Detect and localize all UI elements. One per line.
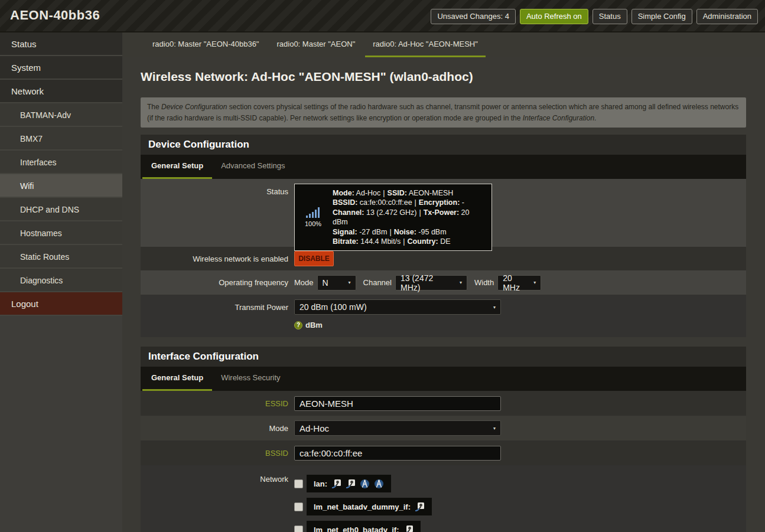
main-content: Wireless Network: Ad-Hoc "AEON-MESH" (wl…: [122, 57, 765, 532]
essid-label: ESSID: [141, 399, 288, 408]
status-line: BSSID: ca:fe:00:c0:ff:ee|Encryption: -: [333, 198, 486, 207]
network-option-eth0-batadv-checkbox[interactable]: [294, 526, 303, 532]
status-label: Status: [141, 187, 288, 247]
network-label: Network: [141, 475, 288, 484]
sidebar-item-batman-adv[interactable]: BATMAN-Adv: [0, 103, 122, 127]
tab-radio0-master-aeon[interactable]: radio0: Master "AEON": [269, 32, 363, 57]
network-option-lan-box: lan:: [307, 475, 391, 492]
header-bar: AEON-40bb36 Unsaved Changes: 4 Auto Refr…: [0, 0, 765, 32]
luci-app-window: AEON-40bb36 Unsaved Changes: 4 Auto Refr…: [0, 0, 765, 532]
wireless-interface-icon: [360, 479, 370, 489]
network-option-lan-checkbox[interactable]: [294, 479, 303, 488]
interface-configuration-section: Interface Configuration General Setup Wi…: [141, 347, 746, 532]
tab-general-setup[interactable]: General Setup: [142, 367, 212, 391]
tab-wireless-security[interactable]: Wireless Security: [212, 367, 289, 391]
ethernet-interface-icon: [415, 502, 425, 512]
sidebar-item-status[interactable]: Status: [0, 32, 122, 56]
status-line: Mode: Ad-Hoc|SSID: AEON-MESH: [333, 188, 486, 198]
page-title: Wireless Network: Ad-Hoc "AEON-MESH" (wl…: [141, 70, 473, 84]
chevron-down-icon: ▾: [344, 280, 351, 285]
network-option-batadv-dummy-checkbox[interactable]: [294, 502, 303, 511]
network-option-lan: lan:: [294, 475, 746, 492]
administration-button[interactable]: Administration: [696, 9, 758, 24]
network-option-lm-net-eth0-batadv-if: lm_net_eth0_batadv_if:: [294, 521, 746, 532]
device-configuration-section: Device Configuration General Setup Advan…: [141, 135, 746, 337]
auto-refresh-toggle-button[interactable]: Auto Refresh on: [520, 9, 588, 24]
tab-radio0-adhoc-aeon-mesh[interactable]: radio0: Ad-Hoc "AEON-MESH": [365, 32, 486, 57]
network-option-eth0-batadv-box: lm_net_eth0_batadv_if:: [307, 521, 421, 532]
tab-general-setup[interactable]: General Setup: [142, 155, 212, 179]
network-option-batadv-dummy-box: lm_net_batadv_dummy_if:: [307, 498, 432, 515]
transmit-power-help: ? dBm: [294, 321, 746, 329]
tab-radio0-master-aeon-40bb36[interactable]: radio0: Master "AEON-40bb36": [145, 32, 266, 57]
freq-channel-select[interactable]: 13 (2472 MHz)▾: [395, 275, 467, 291]
sidebar-item-dhcp-and-dns[interactable]: DHCP and DNS: [0, 198, 122, 221]
help-icon: ?: [294, 321, 302, 329]
wireless-enabled-label: Wireless network is enabled: [141, 254, 288, 263]
wireless-status-box: 100% Mode: Ad-Hoc|SSID: AEON-MESH BSSID:…: [294, 184, 492, 251]
transmit-power-select[interactable]: 20 dBm (100 mW)▾: [294, 299, 501, 315]
header-buttons: Unsaved Changes: 4 Auto Refresh on Statu…: [431, 9, 758, 24]
freq-width-select[interactable]: 20 MHz▾: [497, 275, 541, 291]
status-details: Mode: Ad-Hoc|SSID: AEON-MESH BSSID: ca:f…: [331, 184, 491, 250]
chevron-down-icon: ▾: [489, 426, 496, 431]
sidebar-item-logout[interactable]: Logout: [0, 292, 122, 316]
status-line: Signal: -27 dBm|Noise: -95 dBm: [333, 227, 486, 237]
signal-percent: 100%: [305, 220, 321, 227]
tab-advanced-settings[interactable]: Advanced Settings: [212, 155, 294, 179]
status-view-button[interactable]: Status: [593, 9, 627, 24]
freq-channel-label: Channel: [363, 278, 392, 287]
essid-row: ESSID: [141, 391, 746, 416]
chevron-down-icon: ▾: [489, 305, 496, 310]
device-configuration-tabs: General Setup Advanced Settings: [141, 155, 746, 179]
note-italic-device-configuration: Device Configuration: [161, 103, 227, 111]
sidebar-nav: Status System Network BATMAN-Adv BMX7 In…: [0, 32, 122, 532]
mode-select[interactable]: Ad-Hoc▾: [294, 420, 501, 436]
network-row: Network lan:: [141, 465, 746, 532]
transmit-power-label: Transmit Power: [141, 299, 288, 337]
essid-input[interactable]: [294, 396, 501, 411]
simple-config-button[interactable]: Simple Config: [631, 9, 692, 24]
sidebar-item-interfaces[interactable]: Interfaces: [0, 151, 122, 174]
transmit-power-row: Transmit Power 20 dBm (100 mW)▾ ? dBm: [141, 295, 746, 337]
freq-width-label: Width: [474, 278, 494, 287]
note-text: The: [147, 103, 161, 111]
sidebar-item-network[interactable]: Network: [0, 80, 122, 103]
freq-mode-select[interactable]: N▾: [317, 275, 356, 291]
description-note: The Device Configuration section covers …: [141, 97, 746, 128]
sidebar-item-static-routes[interactable]: Static Routes: [0, 245, 122, 269]
status-line: Bitrate: 144.4 Mbit/s|Country: DE: [333, 237, 486, 246]
note-text: .: [594, 114, 596, 122]
disable-button[interactable]: DISABLE: [294, 251, 334, 266]
ethernet-interface-icon: [346, 479, 356, 489]
sidebar-item-system[interactable]: System: [0, 56, 122, 80]
chevron-down-icon: ▾: [529, 280, 536, 285]
signal-strength-icon: [306, 207, 320, 218]
note-text: section covers physical settings of the …: [147, 103, 738, 122]
interface-configuration-tabs: General Setup Wireless Security: [141, 367, 746, 391]
signal-indicator: 100%: [295, 184, 331, 250]
status-row: Status 100%: [141, 179, 746, 247]
bssid-input[interactable]: [294, 446, 501, 461]
status-line: Channel: 13 (2.472 GHz)|Tx-Power: 20 dBm: [333, 208, 486, 227]
mode-row: Mode Ad-Hoc▾: [141, 416, 746, 440]
radio-tab-strip: radio0: Master "AEON-40bb36" radio0: Mas…: [122, 32, 765, 57]
sidebar-item-wifi[interactable]: Wifi: [0, 174, 122, 198]
network-option-lm-net-batadv-dummy-if: lm_net_batadv_dummy_if:: [294, 498, 746, 515]
wireless-interface-icon: [374, 479, 384, 489]
bssid-row: BSSID: [141, 440, 746, 465]
freq-mode-label: Mode: [294, 278, 314, 287]
sidebar-item-hostnames[interactable]: Hostnames: [0, 221, 122, 245]
ethernet-interface-icon: [331, 479, 341, 489]
note-italic-interface-configuration: Interface Configuration: [523, 114, 594, 122]
sidebar-item-diagnostics[interactable]: Diagnostics: [0, 269, 122, 292]
sidebar-item-bmx7[interactable]: BMX7: [0, 127, 122, 151]
transmit-power-unit: dBm: [305, 321, 323, 329]
hostname-title: AEON-40bb36: [10, 8, 100, 23]
ethernet-interface-icon: [403, 525, 414, 532]
interface-configuration-title: Interface Configuration: [141, 347, 746, 367]
operating-frequency-row: Operating frequency Mode N▾ Channel 13 (…: [141, 270, 746, 295]
device-configuration-title: Device Configuration: [141, 135, 746, 155]
mode-label: Mode: [141, 424, 288, 433]
unsaved-changes-button[interactable]: Unsaved Changes: 4: [431, 9, 515, 24]
